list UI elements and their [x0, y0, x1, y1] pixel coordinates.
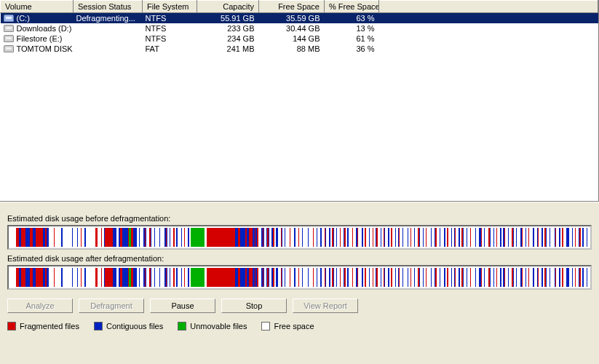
legend-fragmented-label: Fragmented files — [20, 322, 79, 331]
usage-stripe — [207, 268, 236, 287]
legend-contiguous-label: Contiguous files — [106, 322, 163, 331]
volume-name: (C:) — [17, 14, 30, 23]
legend-swatch-unmovable-icon — [178, 322, 186, 331]
volume-free: 30.44 GB — [259, 23, 325, 33]
volume-status — [74, 23, 143, 33]
usage-stripe — [36, 268, 44, 287]
usage-bar-before — [7, 225, 592, 250]
usage-stripe — [587, 268, 592, 287]
usage-stripe — [21, 228, 26, 247]
volume-name: Downloads (D:) — [17, 24, 72, 33]
legend-free: Free space — [261, 322, 314, 331]
volume-status: Defragmenting... — [74, 13, 143, 24]
usage-stripe — [86, 228, 95, 247]
volume-row[interactable]: (C:)Defragmenting...NTFS55.91 GB35.59 GB… — [1, 13, 598, 24]
usage-stripe — [36, 228, 44, 247]
usage-stripe — [55, 268, 61, 287]
usage-stripe — [21, 268, 26, 287]
volume-free: 88 MB — [259, 44, 325, 54]
volume-free: 144 GB — [259, 33, 325, 44]
analyze-button[interactable]: Analyze — [7, 298, 73, 313]
usage-before-label: Estimated disk usage before defragmentat… — [7, 214, 592, 223]
volume-free: 35.59 GB — [259, 13, 325, 24]
usage-stripe — [122, 268, 128, 287]
drive-icon — [4, 15, 14, 22]
legend-fragmented: Fragmented files — [7, 322, 79, 331]
legend-swatch-contiguous-icon — [94, 322, 103, 331]
volume-table: Volume Session Status File System Capaci… — [0, 0, 598, 54]
legend-free-label: Free space — [274, 322, 314, 331]
usage-after-label: Estimated disk usage after defragmentati… — [7, 254, 592, 263]
usage-stripe — [122, 228, 128, 247]
volume-fs: NTFS — [143, 33, 197, 44]
volume-fs: NTFS — [143, 13, 197, 24]
volume-capacity: 55.91 GB — [197, 13, 259, 24]
volume-pct: 63 % — [325, 13, 379, 24]
legend-unmovable: Unmovable files — [178, 322, 247, 331]
col-header-pct-free[interactable]: % Free Space — [325, 1, 379, 13]
usage-stripe — [105, 228, 113, 247]
usage-stripe — [191, 228, 205, 247]
volume-list-panel: Volume Session Status File System Capaci… — [0, 0, 599, 202]
volume-fs: FAT — [143, 44, 197, 54]
volume-row[interactable]: Filestore (E:)NTFS234 GB144 GB61 % — [1, 33, 598, 44]
col-header-session-status[interactable]: Session Status — [74, 1, 143, 13]
volume-capacity: 233 GB — [197, 23, 259, 33]
usage-stripe — [160, 268, 165, 287]
legend-swatch-fragmented-icon — [7, 322, 16, 331]
stop-button[interactable]: Stop — [221, 298, 287, 313]
usage-stripe — [49, 228, 54, 247]
usage-stripe — [63, 228, 72, 247]
volume-name: Filestore (E:) — [17, 34, 63, 43]
action-button-row: Analyze Defragment Pause Stop View Repor… — [7, 298, 592, 313]
volume-row[interactable]: Downloads (D:)NTFS233 GB30.44 GB13 % — [1, 23, 598, 33]
usage-stripe — [10, 228, 16, 247]
usage-stripe — [191, 268, 205, 287]
volume-fs: NTFS — [143, 23, 197, 33]
usage-stripe — [10, 268, 16, 287]
view-report-button[interactable]: View Report — [293, 298, 358, 313]
volume-pct: 13 % — [325, 23, 379, 33]
volume-name: TOMTOM DISK (G:) — [17, 44, 74, 53]
usage-stripe — [240, 268, 245, 287]
volume-capacity: 241 MB — [197, 44, 259, 54]
volume-status — [74, 33, 143, 44]
legend-unmovable-label: Unmovable files — [190, 322, 247, 331]
legend-swatch-free-icon — [261, 322, 270, 331]
column-header-row: Volume Session Status File System Capaci… — [1, 1, 598, 13]
col-header-volume[interactable]: Volume — [1, 1, 74, 13]
volume-capacity: 234 GB — [197, 33, 259, 44]
usage-stripe — [240, 228, 245, 247]
legend-row: Fragmented files Contiguous files Unmova… — [7, 322, 592, 331]
usage-stripe — [303, 268, 308, 287]
volume-pct: 61 % — [325, 33, 379, 44]
col-header-spacer — [379, 1, 598, 13]
usage-stripe — [105, 268, 113, 287]
col-header-file-system[interactable]: File System — [143, 1, 197, 13]
usage-bar-after — [7, 265, 592, 290]
col-header-free-space[interactable]: Free Space — [259, 1, 325, 13]
drive-icon — [4, 45, 14, 52]
usage-stripe — [86, 268, 95, 287]
usage-stripe — [55, 228, 61, 247]
drive-icon — [4, 35, 14, 42]
volume-row[interactable]: TOMTOM DISK (G:)FAT241 MB88 MB36 % — [1, 44, 598, 54]
defragment-button[interactable]: Defragment — [79, 298, 144, 313]
defrag-bottom-panel: Estimated disk usage before defragmentat… — [0, 202, 599, 364]
drive-icon — [4, 25, 14, 32]
col-header-capacity[interactable]: Capacity — [197, 1, 259, 13]
usage-stripe — [303, 228, 308, 247]
usage-stripe — [49, 268, 54, 287]
usage-stripe — [160, 228, 165, 247]
volume-status — [74, 44, 143, 54]
usage-stripe — [63, 268, 72, 287]
legend-contiguous: Contiguous files — [94, 322, 163, 331]
volume-pct: 36 % — [325, 44, 379, 54]
usage-stripe — [587, 228, 592, 247]
usage-stripe — [207, 228, 236, 247]
pause-button[interactable]: Pause — [150, 298, 215, 313]
